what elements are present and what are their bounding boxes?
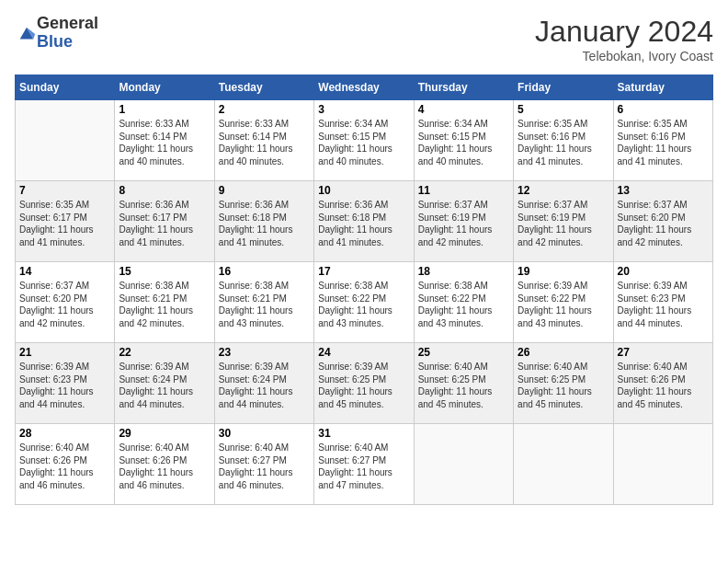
calendar-cell: 19Sunrise: 6:39 AM Sunset: 6:22 PM Dayli… bbox=[514, 262, 613, 343]
main-container: General Blue January 2024 Telebokan, Ivo… bbox=[0, 0, 728, 512]
cell-info: Sunrise: 6:40 AM Sunset: 6:27 PM Dayligh… bbox=[318, 442, 409, 491]
cell-day-number: 5 bbox=[518, 103, 609, 116]
cell-info: Sunrise: 6:38 AM Sunset: 6:22 PM Dayligh… bbox=[418, 280, 509, 329]
cell-info: Sunrise: 6:36 AM Sunset: 6:18 PM Dayligh… bbox=[219, 199, 310, 248]
calendar-cell: 2Sunrise: 6:33 AM Sunset: 6:14 PM Daylig… bbox=[214, 100, 313, 181]
calendar-week-row: 14Sunrise: 6:37 AM Sunset: 6:20 PM Dayli… bbox=[16, 262, 713, 343]
calendar-cell: 15Sunrise: 6:38 AM Sunset: 6:21 PM Dayli… bbox=[115, 262, 214, 343]
cell-day-number: 29 bbox=[119, 427, 210, 440]
cell-day-number: 9 bbox=[219, 184, 310, 197]
calendar-cell: 30Sunrise: 6:40 AM Sunset: 6:27 PM Dayli… bbox=[214, 424, 313, 505]
cell-day-number: 21 bbox=[19, 346, 110, 359]
calendar-week-row: 1Sunrise: 6:33 AM Sunset: 6:14 PM Daylig… bbox=[16, 100, 713, 181]
calendar-cell: 29Sunrise: 6:40 AM Sunset: 6:26 PM Dayli… bbox=[115, 424, 214, 505]
calendar-cell: 6Sunrise: 6:35 AM Sunset: 6:16 PM Daylig… bbox=[613, 100, 712, 181]
cell-day-number: 24 bbox=[318, 346, 409, 359]
cell-day-number: 25 bbox=[418, 346, 509, 359]
calendar-week-row: 7Sunrise: 6:35 AM Sunset: 6:17 PM Daylig… bbox=[16, 181, 713, 262]
calendar-cell: 1Sunrise: 6:33 AM Sunset: 6:14 PM Daylig… bbox=[115, 100, 214, 181]
cell-info: Sunrise: 6:40 AM Sunset: 6:25 PM Dayligh… bbox=[418, 361, 509, 410]
calendar-cell: 11Sunrise: 6:37 AM Sunset: 6:19 PM Dayli… bbox=[414, 181, 513, 262]
cell-info: Sunrise: 6:40 AM Sunset: 6:25 PM Dayligh… bbox=[518, 361, 609, 410]
calendar-cell bbox=[613, 424, 712, 505]
cell-info: Sunrise: 6:34 AM Sunset: 6:15 PM Dayligh… bbox=[318, 118, 409, 167]
calendar-cell: 24Sunrise: 6:39 AM Sunset: 6:25 PM Dayli… bbox=[314, 343, 414, 424]
cell-day-number: 12 bbox=[518, 184, 609, 197]
calendar-cell bbox=[514, 424, 613, 505]
cell-day-number: 7 bbox=[19, 184, 110, 197]
calendar-cell: 27Sunrise: 6:40 AM Sunset: 6:26 PM Dayli… bbox=[613, 343, 712, 424]
calendar-cell: 17Sunrise: 6:38 AM Sunset: 6:22 PM Dayli… bbox=[314, 262, 414, 343]
weekday-header-monday: Monday bbox=[115, 75, 214, 100]
calendar-cell: 28Sunrise: 6:40 AM Sunset: 6:26 PM Dayli… bbox=[16, 424, 115, 505]
calendar-cell: 14Sunrise: 6:37 AM Sunset: 6:20 PM Dayli… bbox=[16, 262, 115, 343]
calendar-cell: 23Sunrise: 6:39 AM Sunset: 6:24 PM Dayli… bbox=[214, 343, 313, 424]
cell-day-number: 13 bbox=[618, 184, 709, 197]
weekday-header-wednesday: Wednesday bbox=[314, 75, 414, 100]
cell-day-number: 28 bbox=[19, 427, 110, 440]
month-title: January 2024 bbox=[535, 15, 713, 49]
cell-info: Sunrise: 6:37 AM Sunset: 6:20 PM Dayligh… bbox=[618, 199, 709, 248]
cell-info: Sunrise: 6:36 AM Sunset: 6:17 PM Dayligh… bbox=[119, 199, 210, 248]
calendar-table: SundayMondayTuesdayWednesdayThursdayFrid… bbox=[15, 75, 713, 505]
cell-day-number: 14 bbox=[19, 265, 110, 278]
calendar-cell: 20Sunrise: 6:39 AM Sunset: 6:23 PM Dayli… bbox=[613, 262, 712, 343]
calendar-cell: 4Sunrise: 6:34 AM Sunset: 6:15 PM Daylig… bbox=[414, 100, 513, 181]
cell-info: Sunrise: 6:34 AM Sunset: 6:15 PM Dayligh… bbox=[418, 118, 509, 167]
cell-day-number: 11 bbox=[418, 184, 509, 197]
weekday-header-friday: Friday bbox=[514, 75, 613, 100]
cell-info: Sunrise: 6:38 AM Sunset: 6:21 PM Dayligh… bbox=[219, 280, 310, 329]
cell-day-number: 18 bbox=[418, 265, 509, 278]
cell-info: Sunrise: 6:33 AM Sunset: 6:14 PM Dayligh… bbox=[119, 118, 210, 167]
cell-info: Sunrise: 6:39 AM Sunset: 6:23 PM Dayligh… bbox=[618, 280, 709, 329]
calendar-cell: 22Sunrise: 6:39 AM Sunset: 6:24 PM Dayli… bbox=[115, 343, 214, 424]
calendar-cell: 8Sunrise: 6:36 AM Sunset: 6:17 PM Daylig… bbox=[115, 181, 214, 262]
cell-day-number: 26 bbox=[518, 346, 609, 359]
logo-text: General Blue bbox=[37, 15, 98, 52]
cell-info: Sunrise: 6:40 AM Sunset: 6:27 PM Dayligh… bbox=[219, 442, 310, 491]
logo-icon bbox=[17, 24, 37, 44]
cell-info: Sunrise: 6:39 AM Sunset: 6:23 PM Dayligh… bbox=[19, 361, 110, 410]
cell-info: Sunrise: 6:38 AM Sunset: 6:22 PM Dayligh… bbox=[318, 280, 409, 329]
cell-info: Sunrise: 6:35 AM Sunset: 6:16 PM Dayligh… bbox=[618, 118, 709, 167]
calendar-cell bbox=[16, 100, 115, 181]
cell-day-number: 10 bbox=[318, 184, 409, 197]
weekday-header-tuesday: Tuesday bbox=[214, 75, 313, 100]
cell-day-number: 17 bbox=[318, 265, 409, 278]
cell-day-number: 23 bbox=[219, 346, 310, 359]
cell-info: Sunrise: 6:38 AM Sunset: 6:21 PM Dayligh… bbox=[119, 280, 210, 329]
calendar-cell: 26Sunrise: 6:40 AM Sunset: 6:25 PM Dayli… bbox=[514, 343, 613, 424]
cell-day-number: 16 bbox=[219, 265, 310, 278]
calendar-cell: 25Sunrise: 6:40 AM Sunset: 6:25 PM Dayli… bbox=[414, 343, 513, 424]
cell-info: Sunrise: 6:37 AM Sunset: 6:20 PM Dayligh… bbox=[19, 280, 110, 329]
cell-info: Sunrise: 6:33 AM Sunset: 6:14 PM Dayligh… bbox=[219, 118, 310, 167]
cell-info: Sunrise: 6:40 AM Sunset: 6:26 PM Dayligh… bbox=[618, 361, 709, 410]
cell-day-number: 15 bbox=[119, 265, 210, 278]
cell-day-number: 19 bbox=[518, 265, 609, 278]
cell-day-number: 1 bbox=[119, 103, 210, 116]
cell-day-number: 6 bbox=[618, 103, 709, 116]
weekday-header-thursday: Thursday bbox=[414, 75, 513, 100]
calendar-cell: 31Sunrise: 6:40 AM Sunset: 6:27 PM Dayli… bbox=[314, 424, 414, 505]
logo-general: General bbox=[37, 15, 98, 33]
cell-info: Sunrise: 6:36 AM Sunset: 6:18 PM Dayligh… bbox=[318, 199, 409, 248]
logo-blue: Blue bbox=[37, 33, 98, 52]
cell-info: Sunrise: 6:39 AM Sunset: 6:22 PM Dayligh… bbox=[518, 280, 609, 329]
calendar-week-row: 21Sunrise: 6:39 AM Sunset: 6:23 PM Dayli… bbox=[16, 343, 713, 424]
location: Telebokan, Ivory Coast bbox=[535, 49, 713, 63]
calendar-cell: 9Sunrise: 6:36 AM Sunset: 6:18 PM Daylig… bbox=[214, 181, 313, 262]
cell-info: Sunrise: 6:40 AM Sunset: 6:26 PM Dayligh… bbox=[119, 442, 210, 491]
cell-day-number: 27 bbox=[618, 346, 709, 359]
cell-info: Sunrise: 6:40 AM Sunset: 6:26 PM Dayligh… bbox=[19, 442, 110, 491]
weekday-header-row: SundayMondayTuesdayWednesdayThursdayFrid… bbox=[16, 75, 713, 100]
cell-day-number: 8 bbox=[119, 184, 210, 197]
calendar-cell bbox=[414, 424, 513, 505]
calendar-cell: 21Sunrise: 6:39 AM Sunset: 6:23 PM Dayli… bbox=[16, 343, 115, 424]
weekday-header-saturday: Saturday bbox=[613, 75, 712, 100]
calendar-cell: 16Sunrise: 6:38 AM Sunset: 6:21 PM Dayli… bbox=[214, 262, 313, 343]
cell-info: Sunrise: 6:35 AM Sunset: 6:17 PM Dayligh… bbox=[19, 199, 110, 248]
cell-day-number: 20 bbox=[618, 265, 709, 278]
title-section: January 2024 Telebokan, Ivory Coast bbox=[535, 15, 713, 63]
cell-day-number: 31 bbox=[318, 427, 409, 440]
calendar-week-row: 28Sunrise: 6:40 AM Sunset: 6:26 PM Dayli… bbox=[16, 424, 713, 505]
